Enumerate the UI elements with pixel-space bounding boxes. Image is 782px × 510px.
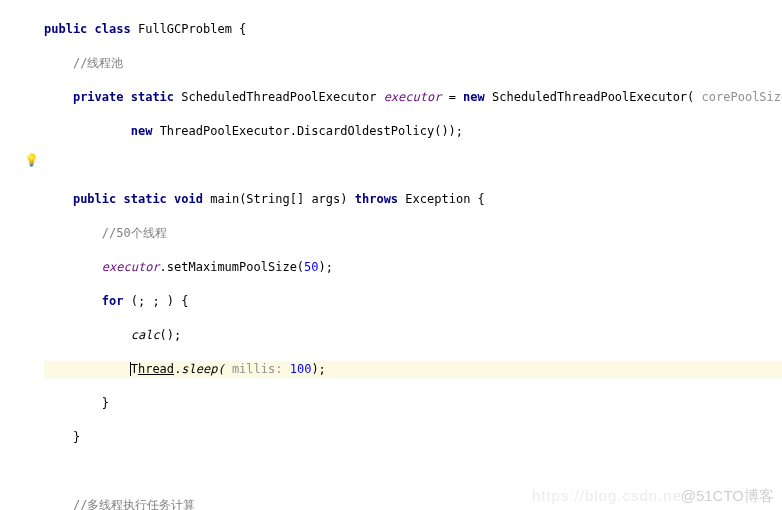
call: .setMaximumPoolSize( bbox=[160, 260, 305, 274]
policy: ThreadPoolExecutor.DiscardOldestPolicy()… bbox=[160, 124, 463, 138]
brace: } bbox=[102, 396, 109, 410]
keyword: public bbox=[44, 22, 87, 36]
keyword: for bbox=[102, 294, 124, 308]
keyword: new bbox=[131, 124, 153, 138]
keyword: throws bbox=[355, 192, 398, 206]
keyword: static bbox=[124, 192, 167, 206]
method-name: main bbox=[210, 192, 239, 206]
class-name: FullGCProblem bbox=[138, 22, 232, 36]
comment: //多线程执行任务计算 bbox=[73, 498, 195, 510]
brace: { bbox=[239, 22, 246, 36]
exception: Exception bbox=[405, 192, 470, 206]
for-expr: (; ; ) { bbox=[123, 294, 188, 308]
caret bbox=[130, 362, 131, 376]
method-call: calc bbox=[131, 328, 160, 342]
type: ScheduledThreadPoolExecutor bbox=[181, 90, 376, 104]
keyword: static bbox=[131, 90, 174, 104]
sleep-call: .sleep( bbox=[174, 362, 225, 376]
params: (String[] args) bbox=[239, 192, 347, 206]
current-line: Thread.sleep( millis: 100); bbox=[44, 361, 782, 378]
number: 100 bbox=[290, 362, 312, 376]
editor-gutter bbox=[0, 0, 40, 510]
field: executor bbox=[384, 90, 442, 104]
constructor: ScheduledThreadPoolExecutor( bbox=[492, 90, 694, 104]
keyword: private bbox=[73, 90, 124, 104]
code-editor[interactable]: public class FullGCProblem { //线程池 priva… bbox=[44, 4, 782, 510]
keyword: class bbox=[95, 22, 131, 36]
lightbulb-icon[interactable]: 💡 bbox=[24, 152, 38, 166]
close: ); bbox=[311, 362, 325, 376]
param-hint: millis: bbox=[232, 362, 283, 376]
number: 50 bbox=[304, 260, 318, 274]
call: (); bbox=[160, 328, 182, 342]
comment: //线程池 bbox=[73, 56, 123, 70]
keyword: public bbox=[73, 192, 116, 206]
thread-class: Thread bbox=[131, 362, 174, 376]
brace: } bbox=[73, 430, 80, 444]
param-hint: corePoolSize: bbox=[702, 90, 782, 104]
comment: //50个线程 bbox=[102, 226, 167, 240]
field: executor bbox=[102, 260, 160, 274]
close: ); bbox=[319, 260, 333, 274]
keyword: new bbox=[463, 90, 485, 104]
brace: { bbox=[478, 192, 485, 206]
keyword: void bbox=[174, 192, 203, 206]
eq: = bbox=[441, 90, 463, 104]
